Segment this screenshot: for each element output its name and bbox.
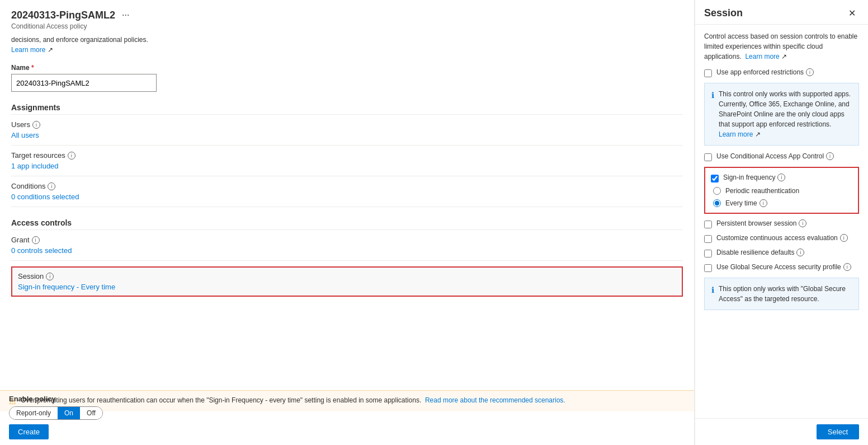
name-field-section: Name *	[11, 64, 683, 92]
use-conditional-access-checkbox[interactable]	[704, 153, 712, 161]
customize-continuous-info-icon[interactable]: i	[840, 234, 848, 242]
warning-bar: ⚠ Over prompting users for reauthenticat…	[0, 390, 694, 411]
use-global-secure-checkbox[interactable]	[704, 264, 712, 272]
disable-resilience-row: Disable resilience defaults i	[704, 249, 859, 257]
signin-frequency-info-icon[interactable]: i	[777, 174, 785, 181]
persistent-browser-info-icon[interactable]: i	[799, 219, 806, 227]
target-resources-section-item: Target resources i 1 app included	[11, 151, 683, 176]
main-panel: 20240313-PingSAML2 ··· Conditional Acces…	[0, 0, 695, 445]
use-global-secure-label: Use Global Secure Access security profil…	[716, 263, 851, 271]
session-panel-body: Control access based on session controls…	[695, 25, 868, 418]
info-box-1-learn-more-link[interactable]: Learn more	[719, 130, 753, 138]
session-panel-close-button[interactable]: ✕	[845, 7, 859, 20]
info-box-2: ℹ This option only works with "Global Se…	[704, 278, 859, 310]
every-time-label: Every time i	[725, 199, 767, 207]
toggle-on[interactable]: On	[58, 407, 80, 419]
session-learn-more-link[interactable]: Learn more	[745, 53, 779, 60]
persistent-browser-row: Persistent browser session i	[704, 219, 859, 228]
page-title: 20240313-PingSAML2	[11, 10, 115, 21]
info-box-1-icon: ℹ	[711, 90, 714, 139]
users-section-item: Users i All users	[11, 120, 683, 146]
use-app-enforced-label: Use app enforced restrictions i	[716, 68, 814, 76]
grant-label: Grant i	[11, 236, 683, 244]
grant-value[interactable]: 0 controls selected	[11, 246, 683, 255]
session-panel-header: Session ✕	[695, 0, 868, 25]
disable-resilience-label: Disable resilience defaults i	[716, 249, 804, 256]
access-controls-header: Access controls	[11, 218, 683, 230]
target-resources-value[interactable]: 1 app included	[11, 162, 683, 170]
use-app-enforced-checkbox[interactable]	[704, 69, 712, 77]
select-button[interactable]: Select	[817, 424, 859, 439]
persistent-browser-checkbox[interactable]	[704, 221, 712, 228]
use-global-secure-info-icon[interactable]: i	[843, 263, 851, 271]
use-global-secure-row: Use Global Secure Access security profil…	[704, 263, 859, 272]
session-panel-footer: Select	[695, 418, 868, 445]
every-time-row: Every time i	[713, 199, 852, 207]
required-indicator: *	[31, 64, 34, 72]
customize-continuous-row: Customize continuous access evaluation i	[704, 234, 859, 243]
disable-resilience-checkbox[interactable]	[704, 250, 712, 257]
info-box-2-text: This option only works with "Global Secu…	[719, 284, 852, 304]
toggle-report-only[interactable]: Report-only	[10, 407, 58, 419]
disable-resilience-info-icon[interactable]: i	[796, 249, 804, 256]
use-conditional-access-label: Use Conditional Access App Control i	[716, 152, 834, 160]
enable-policy-label: Enable policy	[9, 395, 103, 403]
policy-toggle: Report-only On Off	[9, 406, 103, 420]
session-box: Session i Sign-in frequency - Every time	[11, 266, 683, 297]
signin-frequency-section: Sign-in frequency i Periodic reauthentic…	[704, 167, 859, 214]
name-label: Name *	[11, 64, 683, 72]
title-menu-button[interactable]: ···	[119, 9, 133, 21]
page-subtitle: Conditional Access policy	[11, 22, 683, 30]
users-value[interactable]: All users	[11, 131, 683, 139]
session-box-value[interactable]: Sign-in frequency - Every time	[18, 283, 676, 291]
signin-frequency-checkbox[interactable]	[711, 175, 719, 182]
page-description: decisions, and enforce organizational po…	[11, 35, 683, 55]
every-time-info-icon[interactable]: i	[760, 199, 767, 207]
periodic-reauth-row: Periodic reauthentication	[713, 187, 852, 195]
session-info-icon[interactable]: i	[46, 273, 54, 280]
bottom-actions: Enable policy Report-only On Off Create	[9, 395, 103, 439]
signin-frequency-row: Sign-in frequency i	[711, 174, 852, 182]
use-conditional-access-info-icon[interactable]: i	[826, 152, 834, 160]
info-box-2-icon: ℹ	[711, 284, 714, 304]
session-box-label: Session i	[18, 272, 676, 280]
warning-link[interactable]: Read more about the recommended scenario…	[425, 396, 565, 404]
name-input[interactable]	[11, 74, 157, 92]
session-panel: Session ✕ Control access based on sessio…	[695, 0, 868, 445]
use-app-enforced-row: Use app enforced restrictions i	[704, 68, 859, 77]
every-time-radio[interactable]	[713, 199, 721, 207]
grant-info-icon[interactable]: i	[32, 236, 40, 244]
conditions-value[interactable]: 0 conditions selected	[11, 193, 683, 201]
session-panel-description: Control access based on session controls…	[704, 31, 859, 62]
conditions-section-item: Conditions i 0 conditions selected	[11, 182, 683, 207]
conditions-label: Conditions i	[11, 182, 683, 190]
target-resources-label: Target resources i	[11, 151, 683, 160]
assignments-header: Assignments	[11, 103, 683, 115]
title-row: 20240313-PingSAML2 ···	[11, 9, 683, 21]
grant-section-item: Grant i 0 controls selected	[11, 236, 683, 261]
periodic-reauth-radio[interactable]	[713, 187, 721, 195]
customize-continuous-label: Customize continuous access evaluation i	[716, 234, 848, 242]
toggle-off[interactable]: Off	[80, 407, 102, 419]
info-box-1: ℹ This control only works with supported…	[704, 83, 859, 146]
signin-frequency-label: Sign-in frequency i	[723, 174, 785, 181]
customize-continuous-checkbox[interactable]	[704, 235, 712, 243]
session-panel-title: Session	[704, 7, 743, 19]
page-learn-more-link[interactable]: Learn more	[11, 46, 45, 54]
persistent-browser-label: Persistent browser session i	[716, 219, 806, 227]
target-resources-info-icon[interactable]: i	[68, 152, 76, 160]
create-button[interactable]: Create	[9, 424, 49, 439]
users-info-icon[interactable]: i	[32, 121, 40, 129]
use-app-enforced-info-icon[interactable]: i	[806, 68, 814, 76]
use-conditional-access-row: Use Conditional Access App Control i	[704, 152, 859, 161]
info-box-1-text: This control only works with supported a…	[719, 89, 852, 139]
periodic-reauth-label: Periodic reauthentication	[725, 187, 799, 195]
conditions-info-icon[interactable]: i	[48, 182, 55, 190]
users-label: Users i	[11, 120, 683, 129]
